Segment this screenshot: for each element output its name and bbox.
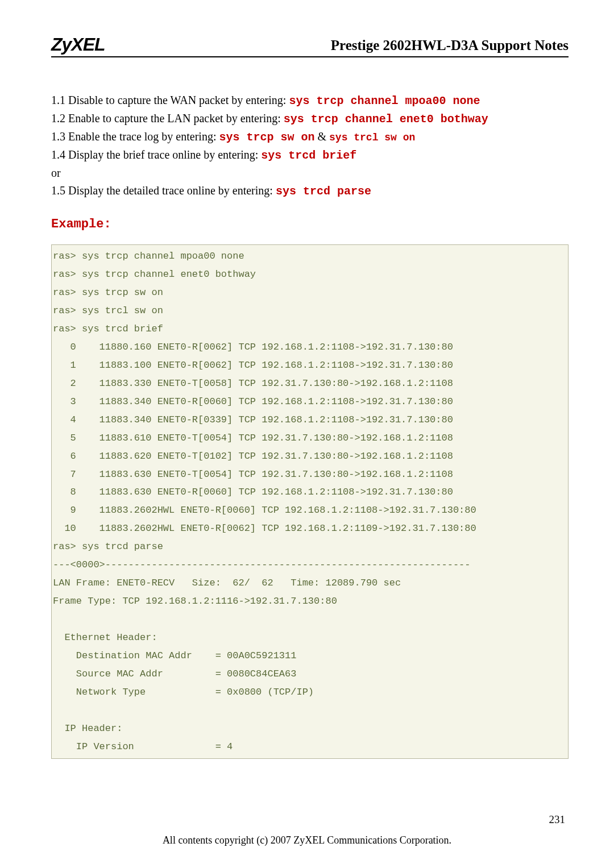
document-title: Prestige 2602HWL-D3A Support Notes (331, 38, 569, 55)
instr-1-prefix: 1.1 Disable to capture the WAN packet by… (51, 94, 289, 106)
instruction-2: 1.2 Enable to capture the LAN packet by … (51, 110, 569, 128)
or-line: or (51, 164, 569, 182)
page-number: 231 (549, 813, 566, 826)
instr-2-prefix: 1.2 Enable to capture the LAN packet by … (51, 112, 284, 124)
instruction-3: 1.3 Enable the trace log by entering: sy… (51, 128, 569, 146)
instr-1-command: sys trcp channel mpoa00 none (289, 94, 480, 107)
instr-3-command-2: sys trcl sw on (329, 132, 415, 143)
instruction-1: 1.1 Disable to capture the WAN packet by… (51, 92, 569, 110)
instruction-5: 1.5 Display the detailed trace online by… (51, 182, 569, 200)
instr-4-prefix: 1.4 Display the brief trace online by en… (51, 148, 261, 161)
instr-3-command: sys trcp sw on (219, 131, 314, 144)
logo: ZyXEL (51, 34, 105, 55)
copyright-footer: All contents copyright (c) 2007 ZyXEL Co… (0, 834, 614, 846)
terminal-output: ras> sys trcp channel mpoa00 none ras> s… (51, 244, 569, 759)
example-heading: Example: (51, 215, 569, 234)
instr-3-amp: & (314, 130, 329, 143)
instr-3-prefix: 1.3 Enable the trace log by entering: (51, 130, 219, 143)
instr-5-command: sys trcd parse (276, 185, 371, 198)
instr-5-prefix: 1.5 Display the detailed trace online by… (51, 184, 276, 197)
instr-2-command: sys trcp channel enet0 bothway (284, 113, 488, 126)
page-header: ZyXEL Prestige 2602HWL-D3A Support Notes (51, 34, 569, 57)
instr-4-command: sys trcd brief (261, 149, 356, 162)
instruction-4: 1.4 Display the brief trace online by en… (51, 146, 569, 164)
body-section: 1.1 Disable to capture the WAN packet by… (51, 92, 569, 759)
